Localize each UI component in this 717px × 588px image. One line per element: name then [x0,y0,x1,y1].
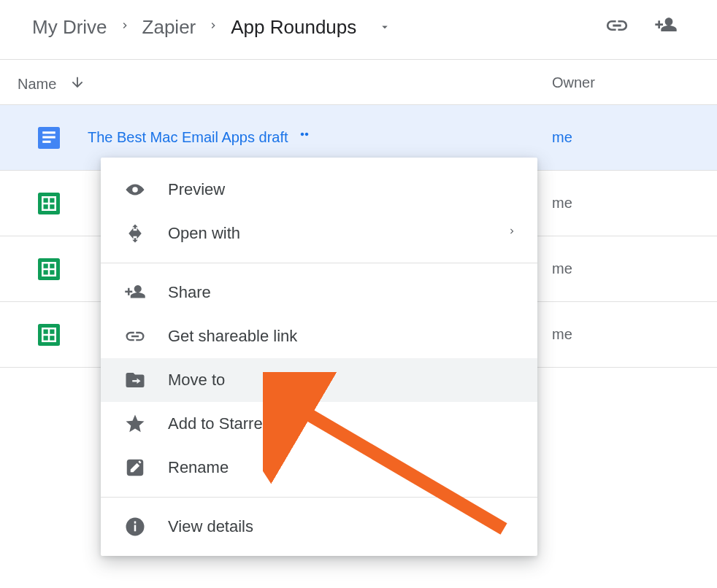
chevron-right-icon [507,224,517,243]
menu-preview[interactable]: Preview [101,168,537,212]
header-actions [605,13,678,41]
column-name-label: Name [18,76,56,93]
chevron-right-icon [119,16,131,39]
rename-icon [124,457,156,479]
menu-rename[interactable]: Rename [101,446,537,490]
sheets-icon [38,258,67,280]
file-name: The Best Mac Email Apps draft [88,129,288,146]
folder-move-icon [124,369,156,391]
sheets-icon [38,193,67,214]
menu-share[interactable]: Share [101,271,537,314]
menu-view-details[interactable]: View details [101,505,537,549]
link-icon[interactable] [605,13,629,41]
context-menu: Preview Open with Share Get shareable li… [101,158,537,556]
menu-add-starred[interactable]: Add to Starred [101,402,537,446]
menu-label: View details [168,517,253,536]
menu-open-with[interactable]: Open with [101,212,537,255]
breadcrumb: My Drive Zapier App Roundups [32,16,605,39]
svg-rect-3 [42,140,50,142]
info-icon [124,516,156,538]
menu-label: Rename [168,458,229,477]
menu-label: Move to [168,371,225,390]
column-headers: Name Owner [0,59,717,105]
menu-separator [101,497,537,498]
menu-label: Share [168,283,211,302]
star-icon [124,413,156,435]
chevron-right-icon [207,16,219,39]
link-icon [124,325,156,347]
menu-get-link[interactable]: Get shareable link [101,314,537,358]
menu-label: Add to Starred [168,414,272,433]
breadcrumb-current[interactable]: App Roundups [231,16,356,39]
breadcrumb-root[interactable]: My Drive [32,16,107,39]
file-owner: me [552,260,572,277]
docs-icon [38,127,67,149]
add-person-icon[interactable] [654,14,678,40]
preview-icon [124,179,156,201]
sort-arrow-down-icon [69,74,85,94]
menu-move-to[interactable]: Move to [101,358,537,402]
svg-rect-18 [134,525,137,532]
file-owner: me [552,195,572,212]
file-owner: me [552,326,572,343]
move-icon [124,223,156,244]
column-owner[interactable]: Owner [552,74,595,91]
menu-label: Open with [168,224,240,243]
svg-rect-1 [42,131,55,134]
shared-icon [296,130,313,146]
breadcrumb-mid[interactable]: Zapier [142,16,196,39]
svg-rect-19 [134,522,137,524]
folder-header: My Drive Zapier App Roundups [0,0,717,59]
menu-label: Get shareable link [168,327,297,346]
file-owner: me [552,129,572,146]
menu-separator [101,263,537,263]
add-person-icon [124,282,156,303]
folder-dropdown-arrow[interactable] [378,16,391,39]
menu-label: Preview [168,180,225,199]
column-name[interactable]: Name [18,74,85,94]
svg-rect-2 [42,136,55,138]
sheets-icon [38,324,67,346]
